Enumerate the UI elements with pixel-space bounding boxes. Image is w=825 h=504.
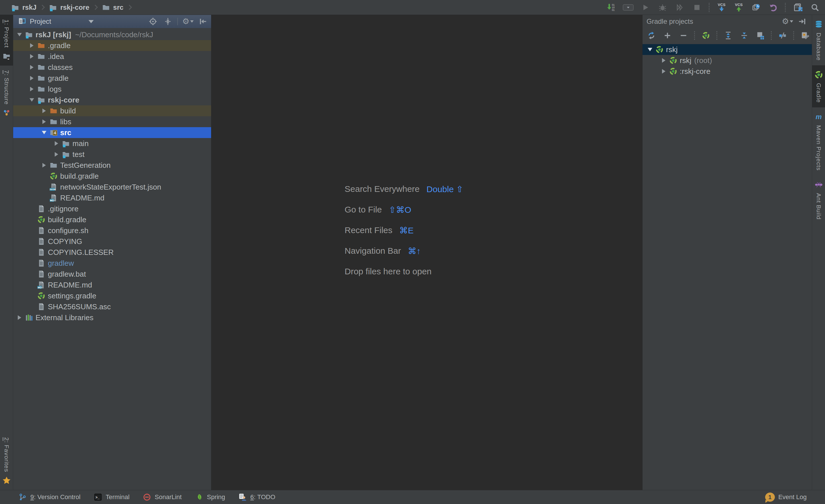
tree-row[interactable]: rskj-core [13, 94, 211, 105]
tree-chevron[interactable] [646, 44, 655, 55]
tree-chevron[interactable] [40, 105, 49, 116]
tree-row[interactable]: 4 src [13, 127, 211, 138]
tree-row[interactable]: :rskj-core [643, 66, 812, 77]
minus-icon[interactable] [678, 30, 689, 41]
collapse-all-icon[interactable] [162, 16, 173, 27]
tree-row[interactable]: MD README.md [13, 279, 211, 290]
tree-chevron[interactable] [40, 192, 49, 203]
tree-row[interactable]: build.gradle [13, 171, 211, 182]
gradle-icon[interactable] [700, 30, 711, 41]
tree-row[interactable]: main [13, 138, 211, 149]
tree-chevron[interactable] [40, 171, 49, 182]
run-config-combo-icon[interactable] [623, 2, 633, 13]
tree-chevron[interactable] [659, 66, 668, 77]
tree-row[interactable]: build [13, 105, 211, 116]
tree-chevron[interactable] [27, 247, 36, 258]
tree-row[interactable]: .gradle [13, 40, 211, 51]
tree-chevron[interactable] [15, 312, 24, 323]
gear-dropdown-icon[interactable]: ⚙ [182, 16, 194, 27]
status-bar-button[interactable]: 6: TODO [238, 492, 275, 502]
toolwindow-button[interactable]: Ant Build [812, 175, 825, 224]
tree-chevron[interactable] [15, 29, 24, 40]
breadcrumb-item[interactable]: rskJ [10, 3, 47, 12]
breadcrumb-item[interactable]: rskj-core [48, 3, 99, 12]
tree-chevron[interactable] [27, 203, 36, 214]
locate-icon[interactable] [148, 16, 158, 27]
update-binary-icon[interactable]: 011001 [606, 2, 616, 13]
stop-icon[interactable] [691, 2, 702, 13]
tree-row[interactable]: classes [13, 62, 211, 73]
toolwindow-button[interactable]: 7: Structure [0, 66, 13, 122]
toolwindow-button[interactable]: 1: Project [0, 15, 13, 66]
tree-chevron[interactable] [52, 138, 61, 149]
tree-chevron[interactable] [27, 236, 36, 247]
plus-icon[interactable] [662, 30, 673, 41]
tree-row[interactable]: logs [13, 84, 211, 94]
tree-row[interactable]: rskj [643, 44, 812, 55]
expand-all-icon[interactable] [723, 30, 734, 41]
tree-chevron[interactable] [27, 279, 36, 290]
status-bar-button[interactable]: 9: Version Control [18, 492, 80, 502]
breadcrumb-item[interactable]: src [101, 3, 134, 12]
tree-chevron[interactable] [40, 116, 49, 127]
tree-chevron[interactable] [659, 55, 668, 66]
tree-chevron[interactable] [27, 51, 36, 62]
debug-icon[interactable] [657, 2, 668, 13]
tree-row[interactable]: COPYING [13, 236, 211, 247]
tree-row[interactable]: TestGeneration [13, 160, 211, 171]
collapse-all-blue-icon[interactable] [739, 30, 750, 41]
tree-chevron[interactable] [40, 127, 49, 138]
vcs-commit-icon[interactable]: VCS [733, 2, 744, 13]
rollback-icon[interactable] [768, 2, 778, 13]
tree-chevron[interactable] [27, 301, 36, 312]
tree-row[interactable]: configure.sh [13, 225, 211, 236]
tree-chevron[interactable] [27, 94, 36, 105]
tree-row[interactable]: gradle [13, 73, 211, 84]
tree-row[interactable]: COPYING.LESSER [13, 247, 211, 258]
toolwindow-button[interactable]: m Maven Projects [812, 107, 825, 175]
tree-chevron[interactable] [27, 269, 36, 279]
project-view-selector[interactable]: Project [17, 17, 94, 26]
toggle-offline-icon[interactable] [777, 30, 788, 41]
tree-chevron[interactable] [27, 73, 36, 84]
toolwindow-button[interactable]: Database [812, 15, 825, 65]
tree-row[interactable]: test [13, 149, 211, 160]
hide-right-icon[interactable] [797, 16, 808, 27]
tree-row[interactable]: MD README.md [13, 192, 211, 203]
tree-chevron[interactable] [27, 62, 36, 73]
tree-chevron[interactable] [40, 160, 49, 171]
tree-chevron[interactable] [27, 40, 36, 51]
tree-row[interactable]: settings.gradle [13, 290, 211, 301]
gradle-settings-icon[interactable] [800, 30, 810, 41]
search-icon[interactable] [810, 2, 820, 13]
tree-chevron[interactable] [27, 225, 36, 236]
tree-row[interactable]: gradlew.bat [13, 269, 211, 279]
run-icon[interactable] [640, 2, 651, 13]
status-bar-button[interactable]: Spring [194, 492, 225, 502]
coverage-icon[interactable] [674, 2, 685, 13]
gear-dropdown-icon[interactable]: ⚙ [782, 16, 793, 27]
tree-chevron[interactable] [27, 214, 36, 225]
status-bar-button[interactable]: >_ Terminal [93, 492, 130, 502]
tree-chevron[interactable] [27, 258, 36, 269]
hide-left-icon[interactable] [197, 16, 208, 27]
refresh-icon[interactable] [646, 30, 657, 41]
tree-chevron[interactable] [27, 290, 36, 301]
tree-row[interactable]: JSON networkStateExporterTest.json [13, 182, 211, 192]
tree-row[interactable]: .gitignore [13, 203, 211, 214]
vcs-update-icon[interactable]: VCS [716, 2, 727, 13]
run-tasks-icon[interactable] [755, 30, 766, 41]
tree-chevron[interactable] [27, 84, 36, 94]
tree-row[interactable]: rskJ [rskj] ~/Documents/code/rskJ [13, 29, 211, 40]
toolwindow-button[interactable]: 2: Favorites [0, 433, 13, 490]
status-bar-button[interactable]: SonarLint [142, 492, 181, 502]
tree-chevron[interactable] [40, 182, 49, 192]
event-log-button[interactable]: 1 Event Log [765, 493, 825, 502]
tree-row[interactable]: gradlew [13, 258, 211, 269]
restore-layout-icon[interactable] [792, 2, 803, 13]
tree-row[interactable]: libs [13, 116, 211, 127]
tree-row[interactable]: .idea [13, 51, 211, 62]
tree-row[interactable]: SHA256SUMS.asc [13, 301, 211, 312]
tree-chevron[interactable] [52, 149, 61, 160]
recent-changes-icon[interactable] [751, 2, 761, 13]
